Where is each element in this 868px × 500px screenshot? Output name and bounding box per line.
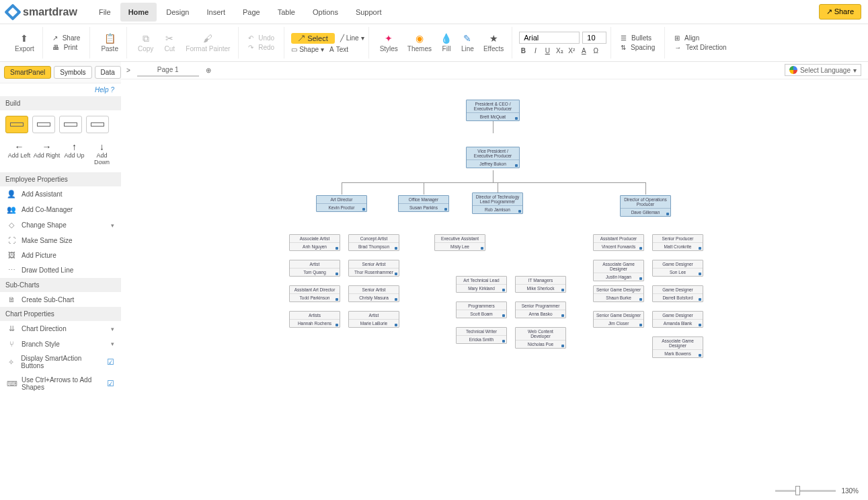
make-same-size[interactable]: ⛶Make Same Size bbox=[0, 233, 121, 248]
text-tool[interactable]: A Text bbox=[329, 46, 348, 53]
org-node[interactable]: Senior Game DesignerShaun Burke bbox=[593, 285, 644, 302]
shape-tool[interactable]: ▭ Shape ▾ bbox=[291, 46, 324, 53]
add-down-button[interactable]: ↓Add Down bbox=[88, 141, 116, 166]
italic-button[interactable]: I bbox=[531, 47, 539, 55]
menu-options[interactable]: Options bbox=[305, 3, 346, 22]
bold-button[interactable]: B bbox=[519, 47, 527, 55]
org-node[interactable]: Executive AssistantMisty Lee bbox=[434, 234, 485, 251]
tab-data[interactable]: Data bbox=[95, 66, 121, 79]
org-node[interactable]: ArtistTom Quang bbox=[289, 260, 340, 277]
add-picture[interactable]: 🖼Add Picture bbox=[0, 248, 121, 262]
org-node-tech[interactable]: Director of Technology Lead ProgrammerRo… bbox=[472, 192, 523, 214]
menu-home[interactable]: Home bbox=[120, 3, 157, 22]
org-node[interactable]: Game DesignerDarrell Botsford bbox=[652, 285, 703, 302]
chart-direction[interactable]: ⇊Chart Direction▾ bbox=[0, 321, 121, 336]
copy-button[interactable]: ⧉Copy bbox=[134, 32, 157, 54]
tab-symbols[interactable]: Symbols bbox=[54, 66, 91, 79]
format-painter-button[interactable]: 🖌Format Painter bbox=[182, 32, 234, 54]
org-node[interactable]: Assistant ProducerVincent Forwards bbox=[593, 234, 644, 251]
page-tab[interactable]: Page 1 bbox=[137, 64, 199, 77]
shape-mode-4[interactable] bbox=[86, 116, 109, 133]
share-ribbon-button[interactable]: ↗ Share bbox=[50, 34, 85, 42]
cut-button[interactable]: ✂Cut bbox=[160, 32, 179, 54]
org-node[interactable]: Game DesignerSon Lee bbox=[652, 260, 703, 277]
org-node[interactable]: Concept ArtistBrad Thompson bbox=[348, 234, 399, 251]
text-direction-button[interactable]: → Text Direction bbox=[672, 43, 732, 52]
language-selector[interactable]: Select Language▾ bbox=[785, 64, 861, 76]
zoom-thumb[interactable] bbox=[795, 486, 800, 495]
font-select[interactable] bbox=[519, 32, 580, 44]
add-comanager[interactable]: 👥Add Co-Manager bbox=[0, 202, 121, 217]
export-button[interactable]: ⬆Export bbox=[11, 32, 38, 54]
shape-mode-1[interactable] bbox=[5, 116, 28, 133]
prev-page[interactable]: > bbox=[126, 67, 130, 74]
display-smartaction[interactable]: ✧Display SmartAction Buttons☑ bbox=[0, 351, 121, 373]
org-node[interactable]: ArtistsHannah Rochens bbox=[289, 311, 340, 328]
effects-button[interactable]: ★Effects bbox=[479, 32, 508, 54]
add-right-button[interactable]: →Add Right bbox=[33, 141, 61, 166]
org-node-ops[interactable]: Director of Operations ProducerDave Gill… bbox=[620, 195, 671, 217]
menu-page[interactable]: Page bbox=[235, 3, 268, 22]
share-button[interactable]: ↗ Share bbox=[819, 4, 861, 20]
print-button[interactable]: 🖶 Print bbox=[50, 43, 85, 52]
menu-design[interactable]: Design bbox=[158, 3, 197, 22]
menu-insert[interactable]: Insert bbox=[198, 3, 233, 22]
superscript-button[interactable]: X² bbox=[567, 47, 576, 55]
org-node[interactable]: Senior Game DesignerJim Closer bbox=[593, 311, 644, 328]
themes-button[interactable]: ◉Themes bbox=[403, 32, 436, 54]
create-subchart[interactable]: 🗎Create Sub-Chart bbox=[0, 292, 121, 307]
styles-button[interactable]: ✦Styles bbox=[376, 32, 402, 54]
line-style-button[interactable]: ✎Line bbox=[457, 32, 478, 54]
fill-button[interactable]: 💧Fill bbox=[437, 32, 456, 54]
org-node[interactable]: Senior ProducerMatt Cronkrite bbox=[652, 234, 703, 251]
org-node[interactable]: Associate Game DesignerMark Bowens bbox=[652, 336, 703, 358]
org-node[interactable]: Web Content DeveloperNicholas Poe bbox=[515, 327, 566, 349]
line-tool[interactable]: ╱ Line ▾ bbox=[340, 34, 364, 42]
org-node-ceo[interactable]: President & CEO / Executive ProducerBret… bbox=[466, 100, 520, 121]
menu-file[interactable]: File bbox=[91, 3, 119, 22]
org-node[interactable]: IT ManagersMike Sherlock bbox=[515, 276, 566, 293]
org-node[interactable]: Technical WriterEricka Smith bbox=[456, 327, 507, 344]
change-shape[interactable]: ◇Change Shape▾ bbox=[0, 217, 121, 233]
org-node[interactable]: Senior ArtistChristy Masura bbox=[348, 285, 399, 302]
menu-support[interactable]: Support bbox=[348, 3, 390, 22]
symbol-button[interactable]: Ω bbox=[592, 47, 600, 55]
branch-style[interactable]: ⑂Branch Style▾ bbox=[0, 336, 121, 351]
underline-button[interactable]: U bbox=[543, 47, 551, 55]
add-page[interactable]: ⊕ bbox=[206, 67, 211, 74]
font-color-button[interactable]: A bbox=[580, 47, 588, 55]
shape-mode-2[interactable] bbox=[32, 116, 55, 133]
align-button[interactable]: ⊞ Align bbox=[672, 34, 732, 42]
add-left-button[interactable]: ←Add Left bbox=[5, 141, 33, 166]
org-node[interactable]: Game DesignerAmanda Blank bbox=[652, 311, 703, 328]
org-node-office[interactable]: Office ManagerSusan Parkins bbox=[398, 195, 449, 212]
org-node[interactable]: Associate ArtistAnh Nguyen bbox=[289, 234, 340, 251]
draw-dotted-line[interactable]: ⋯Draw Dotted Line bbox=[0, 262, 121, 278]
paste-button[interactable]: 📋Paste bbox=[97, 32, 122, 54]
org-node[interactable]: Assistant Art DirectorTodd Parkinson bbox=[289, 285, 340, 302]
diagram-canvas[interactable]: President & CEO / Executive ProducerBret… bbox=[121, 79, 868, 500]
org-node-artdir[interactable]: Art DirectorKevin Proctor bbox=[316, 195, 367, 212]
org-node-vp[interactable]: Vice President / Executive ProducerJeffr… bbox=[466, 147, 520, 168]
menu-table[interactable]: Table bbox=[270, 3, 303, 22]
ctrl-arrows[interactable]: ⌨Use Ctrl+Arrows to Add Shapes☑ bbox=[0, 373, 121, 394]
org-node[interactable]: Senior ProgrammerAnna Basko bbox=[515, 301, 566, 318]
spacing-button[interactable]: ⇅ Spacing bbox=[618, 43, 660, 52]
org-node[interactable]: Senior ArtistThor Rosenhammer bbox=[348, 260, 399, 277]
bullets-button[interactable]: ☰ Bullets bbox=[618, 34, 660, 42]
add-up-button[interactable]: ↑Add Up bbox=[61, 141, 88, 166]
zoom-slider[interactable] bbox=[775, 490, 836, 492]
redo-button[interactable]: ↷ Redo bbox=[245, 43, 280, 52]
undo-button[interactable]: ↶ Undo bbox=[245, 34, 280, 42]
org-node[interactable]: Art Technical LeadMary Kirkland bbox=[456, 276, 507, 293]
org-node[interactable]: ArtistMarie LaBorie bbox=[348, 311, 399, 328]
org-node[interactable]: Associate Game DesignerJustin Hagan bbox=[593, 260, 644, 281]
shape-mode-3[interactable] bbox=[59, 116, 82, 133]
org-node[interactable]: ProgrammersScott Boam bbox=[456, 301, 507, 318]
help-link[interactable]: Help ? bbox=[0, 83, 121, 96]
subscript-button[interactable]: X₂ bbox=[555, 47, 563, 55]
font-size-select[interactable] bbox=[582, 32, 606, 44]
select-tool[interactable]: 🡕 Select bbox=[291, 33, 335, 44]
tab-smartpanel[interactable]: SmartPanel bbox=[4, 66, 51, 79]
add-assistant[interactable]: 👤Add Assistant bbox=[0, 186, 121, 202]
